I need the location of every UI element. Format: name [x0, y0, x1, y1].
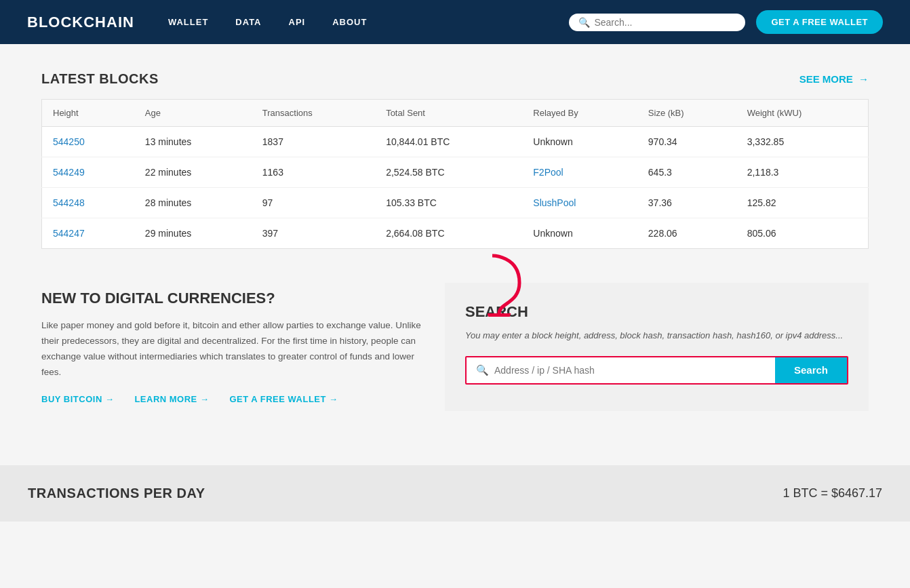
- cell-height: 544249: [42, 157, 134, 188]
- block-height-link[interactable]: 544250: [53, 136, 85, 147]
- learn-more-link[interactable]: LEARN MORE →: [134, 394, 209, 404]
- latest-blocks-section: LATEST BLOCKS SEE MORE → Height Age Tran…: [41, 71, 869, 249]
- new-digital-title: NEW TO DIGITAL CURRENCIES?: [41, 290, 424, 307]
- block-height-link[interactable]: 544248: [53, 197, 85, 208]
- cell-total-sent: 105.33 BTC: [375, 188, 522, 218]
- cell-height: 544247: [42, 218, 134, 249]
- nav-wallet[interactable]: WALLET: [168, 17, 208, 27]
- nav-about[interactable]: ABOUT: [332, 17, 367, 27]
- cell-total-sent: 2,664.08 BTC: [375, 218, 522, 249]
- block-height-link[interactable]: 544249: [53, 167, 85, 178]
- table-row: 544249 22 minutes 1163 2,524.58 BTC F2Po…: [42, 157, 869, 188]
- search-input-wrapper: 🔍: [467, 357, 775, 383]
- search-icon: 🔍: [578, 17, 590, 28]
- cell-size: 645.3: [637, 157, 736, 188]
- cell-total-sent: 10,844.01 BTC: [375, 127, 522, 157]
- search-section: SEARCH You may enter a block height, add…: [445, 283, 869, 411]
- new-digital-section: NEW TO DIGITAL CURRENCIES? Like paper mo…: [41, 283, 424, 411]
- bottom-section: NEW TO DIGITAL CURRENCIES? Like paper mo…: [41, 283, 869, 411]
- latest-blocks-title: LATEST BLOCKS: [41, 71, 159, 87]
- arrow-right-icon: →: [858, 73, 869, 85]
- cell-relayed-by: SlushPool: [522, 188, 637, 218]
- get-free-wallet-link[interactable]: GET A FREE WALLET →: [229, 394, 338, 404]
- cell-transactions: 1163: [252, 157, 375, 188]
- relayed-by-link[interactable]: F2Pool: [533, 167, 563, 178]
- footer-inner: TRANSACTIONS PER DAY 1 BTC = $6467.17: [28, 486, 882, 501]
- relayed-by-link[interactable]: SlushPool: [533, 197, 576, 208]
- cell-relayed-by: Unknown: [522, 218, 637, 249]
- search-icon-inline: 🔍: [476, 364, 489, 376]
- col-age: Age: [134, 100, 252, 127]
- table-row: 544247 29 minutes 397 2,664.08 BTC Unkno…: [42, 218, 869, 249]
- header-search-box: 🔍: [569, 14, 745, 31]
- col-total-sent: Total Sent: [375, 100, 522, 127]
- search-button[interactable]: Search: [775, 357, 847, 383]
- transactions-per-day-label: TRANSACTIONS PER DAY: [28, 486, 205, 501]
- table-header-row: Height Age Transactions Total Sent Relay…: [42, 100, 869, 127]
- header-search-input[interactable]: [594, 17, 736, 28]
- cell-total-sent: 2,524.58 BTC: [375, 157, 522, 188]
- col-transactions: Transactions: [252, 100, 375, 127]
- col-size: Size (kB): [637, 100, 736, 127]
- buy-bitcoin-link[interactable]: BUY BITCOIN →: [41, 394, 114, 404]
- col-height: Height: [42, 100, 134, 127]
- search-input[interactable]: [494, 365, 766, 376]
- cell-age: 13 minutes: [134, 127, 252, 157]
- btc-price: 1 BTC = $6467.17: [783, 486, 882, 501]
- main-content: LATEST BLOCKS SEE MORE → Height Age Tran…: [28, 44, 882, 425]
- see-more-link[interactable]: SEE MORE →: [799, 73, 869, 85]
- col-weight: Weight (kWU): [736, 100, 869, 127]
- cell-height: 544250: [42, 127, 134, 157]
- nav-api[interactable]: API: [289, 17, 306, 27]
- cell-transactions: 1837: [252, 127, 375, 157]
- cell-weight: 805.06: [736, 218, 869, 249]
- footer-bar: TRANSACTIONS PER DAY 1 BTC = $6467.17: [0, 465, 910, 522]
- cell-size: 970.34: [637, 127, 736, 157]
- cell-age: 28 minutes: [134, 188, 252, 218]
- cell-height: 544248: [42, 188, 134, 218]
- search-description: You may enter a block height, address, b…: [465, 329, 848, 342]
- cell-weight: 2,118.3: [736, 157, 869, 188]
- new-digital-description: Like paper money and gold before it, bit…: [41, 318, 424, 380]
- get-free-wallet-button[interactable]: GET A FREE WALLET: [756, 10, 883, 34]
- cell-size: 37.36: [637, 188, 736, 218]
- col-relayed-by: Relayed By: [522, 100, 637, 127]
- search-input-row: 🔍 Search: [465, 356, 848, 385]
- cell-age: 29 minutes: [134, 218, 252, 249]
- new-digital-links: BUY BITCOIN → LEARN MORE → GET A FREE WA…: [41, 394, 424, 404]
- header: BLOCKCHAIN WALLET DATA API ABOUT 🔍 GET A…: [0, 0, 910, 44]
- blocks-table: Height Age Transactions Total Sent Relay…: [41, 99, 869, 249]
- table-row: 544248 28 minutes 97 105.33 BTC SlushPoo…: [42, 188, 869, 218]
- cell-weight: 125.82: [736, 188, 869, 218]
- nav-data[interactable]: DATA: [235, 17, 261, 27]
- cell-transactions: 97: [252, 188, 375, 218]
- block-height-link[interactable]: 544247: [53, 228, 85, 239]
- cell-size: 228.06: [637, 218, 736, 249]
- logo: BLOCKCHAIN: [27, 14, 134, 31]
- cell-relayed-by: F2Pool: [522, 157, 637, 188]
- arrow-indicator: [479, 249, 533, 317]
- table-row: 544250 13 minutes 1837 10,844.01 BTC Unk…: [42, 127, 869, 157]
- cell-transactions: 397: [252, 218, 375, 249]
- cell-age: 22 minutes: [134, 157, 252, 188]
- cell-weight: 3,332.85: [736, 127, 869, 157]
- cell-relayed-by: Unknown: [522, 127, 637, 157]
- main-nav: WALLET DATA API ABOUT: [168, 17, 570, 27]
- section-header: LATEST BLOCKS SEE MORE →: [41, 71, 869, 87]
